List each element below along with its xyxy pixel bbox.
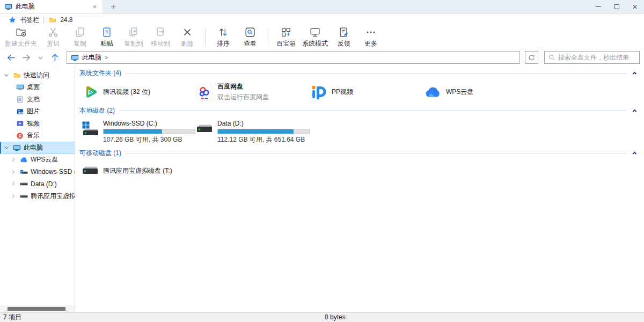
desktop-icon (16, 83, 24, 91)
move-to-icon (155, 26, 166, 38)
section-header-local-disks: 本地磁盘 (2) (79, 105, 640, 116)
sidebar-item-desktop[interactable]: 桌面 (0, 82, 75, 94)
disk-usage-text: 112.12 GB 可用, 共 651.64 GB (217, 135, 310, 144)
sidebar-item-drive-c[interactable]: Windows-SSD (C:) (0, 166, 75, 178)
search-input[interactable]: 搜索全盘文件，秒出结果 (544, 51, 640, 64)
disk-usage-fill (104, 129, 162, 134)
chevron-right-icon[interactable] (9, 157, 17, 163)
document-icon (16, 96, 24, 104)
toolbar-separator (205, 28, 206, 47)
close-button[interactable]: ✕ (626, 0, 644, 13)
paste-button[interactable]: 粘贴 (93, 26, 120, 49)
refresh-button[interactable] (525, 51, 538, 64)
sidebar-item-quick-access[interactable]: 快速访问 (0, 69, 75, 82)
copy-to-icon (128, 26, 140, 38)
wps-cloud-icon (425, 84, 442, 101)
maximize-button[interactable] (608, 0, 626, 13)
feedback-button[interactable]: 反馈 (331, 26, 357, 49)
drive-icon (20, 192, 28, 200)
file-item-wps-cloud[interactable]: WPS云盘 (422, 82, 537, 103)
sidebar-item-label: 文档 (27, 95, 40, 104)
section-divider (126, 73, 627, 74)
sidebar-item-documents[interactable]: 文档 (0, 93, 75, 106)
forward-button[interactable] (20, 52, 32, 63)
chevron-down-icon[interactable] (2, 144, 10, 151)
up-button[interactable] (49, 52, 61, 63)
history-dropdown-icon[interactable] (34, 52, 46, 63)
view-button[interactable]: 查看 (237, 26, 264, 49)
address-row: 此电脑 > 搜索全盘文件，秒出结果 (0, 49, 644, 65)
more-button[interactable]: 更多 (357, 26, 384, 49)
sidebar-item-label: 图片 (27, 107, 40, 116)
file-item-baidu-netdisk[interactable]: 百度网盘 双击运行百度网盘 (194, 82, 308, 103)
drive-icon (20, 180, 28, 188)
scissors-icon (47, 26, 59, 38)
sidebar: 快速访问 桌面 文档 图片 视频 音乐 此电脑 W (0, 65, 75, 312)
item-name: WPS云盘 (446, 87, 473, 97)
item-name: 百度网盘 (217, 82, 269, 91)
minimize-button[interactable] (589, 0, 608, 13)
sidebar-item-music[interactable]: 音乐 (0, 130, 75, 142)
titlebar-drag-area (125, 0, 589, 13)
file-item-tencent-video[interactable]: 腾讯视频 (32 位) (79, 82, 194, 103)
computer-icon (4, 3, 12, 11)
new-tab-button[interactable]: + (102, 0, 125, 13)
chevron-right-icon[interactable] (9, 169, 17, 175)
sidebar-item-drive-d[interactable]: Data (D:) (0, 178, 75, 191)
toolbox-button[interactable]: 百宝箱 (273, 26, 299, 49)
drive-item-c[interactable]: Windows-SSD (C:) 107.26 GB 可用, 共 300 GB (79, 119, 194, 145)
cut-button[interactable]: 剪切 (40, 26, 67, 49)
collapse-section-icon[interactable] (632, 71, 637, 76)
videos-icon (16, 120, 24, 127)
main-area: 快速访问 桌面 文档 图片 视频 音乐 此电脑 W (0, 65, 644, 312)
new-folder-button[interactable]: 新建文件夹 (2, 26, 40, 49)
drive-icon (196, 120, 213, 137)
copy-button[interactable]: 复制 (67, 26, 93, 49)
sort-button[interactable]: 排序 (210, 26, 237, 49)
delete-button[interactable]: 删除 (174, 26, 201, 49)
folder-icon[interactable] (48, 16, 56, 24)
drive-name: Windows-SSD (C:) (103, 120, 195, 127)
windows-drive-icon (20, 168, 28, 176)
delete-x-icon (181, 26, 193, 38)
collapse-section-icon[interactable] (632, 151, 637, 156)
scrollbar-thumb[interactable] (8, 307, 65, 311)
sidebar-item-videos[interactable]: 视频 (0, 118, 75, 130)
bookmarks-label[interactable]: 书签栏 (20, 16, 39, 25)
sidebar-item-this-pc[interactable]: 此电脑 (0, 142, 75, 154)
copy-to-button[interactable]: 复制到 (120, 26, 147, 49)
drive-item-t[interactable]: 腾讯应用宝虚拟磁盘 (T:) (79, 162, 194, 180)
item-count: 7 项目 (3, 313, 21, 322)
drive-item-d[interactable]: Data (D:) 112.12 GB 可用, 共 651.64 GB (194, 119, 308, 145)
copy-icon (74, 26, 86, 38)
collapse-section-icon[interactable] (632, 108, 637, 113)
sidebar-item-pictures[interactable]: 图片 (0, 106, 75, 118)
tab-this-pc[interactable]: 此电脑 × (0, 0, 102, 13)
chevron-right-icon[interactable] (9, 181, 17, 187)
sidebar-item-label: 音乐 (27, 131, 40, 140)
system-mode-button[interactable]: 系统模式 (299, 26, 331, 49)
back-button[interactable] (5, 52, 17, 63)
chevron-down-icon[interactable] (2, 72, 10, 78)
drive-name: Data (D:) (217, 120, 310, 127)
bookmark-folder-label[interactable]: 24.8 (60, 16, 72, 24)
breadcrumb-arrow-icon[interactable]: > (105, 54, 108, 61)
minimize-icon (596, 6, 601, 7)
move-to-button[interactable]: 移动到 (147, 26, 174, 49)
chevron-right-icon[interactable] (9, 193, 17, 199)
sidebar-item-wps-cloud[interactable]: WPS云盘 (0, 154, 75, 166)
tab-close-icon[interactable]: × (91, 3, 98, 10)
sidebar-horizontal-scrollbar[interactable] (0, 305, 75, 312)
sidebar-item-label: 此电脑 (24, 143, 43, 152)
search-icon (548, 54, 555, 61)
breadcrumb[interactable]: 此电脑 (82, 53, 101, 62)
view-magnifier-icon (244, 26, 256, 38)
sidebar-item-label: Data (D:) (31, 180, 57, 188)
sidebar-item-drive-t[interactable]: 腾讯应用宝虚拟磁盘 (T:) (0, 190, 75, 202)
disk-usage-text: 107.26 GB 可用, 共 300 GB (103, 135, 195, 144)
computer-icon (71, 54, 79, 62)
star-icon[interactable] (9, 16, 16, 24)
address-bar[interactable]: 此电脑 > (67, 51, 520, 64)
music-icon (16, 132, 24, 140)
file-item-pp-video[interactable]: PP视频 (308, 82, 422, 103)
